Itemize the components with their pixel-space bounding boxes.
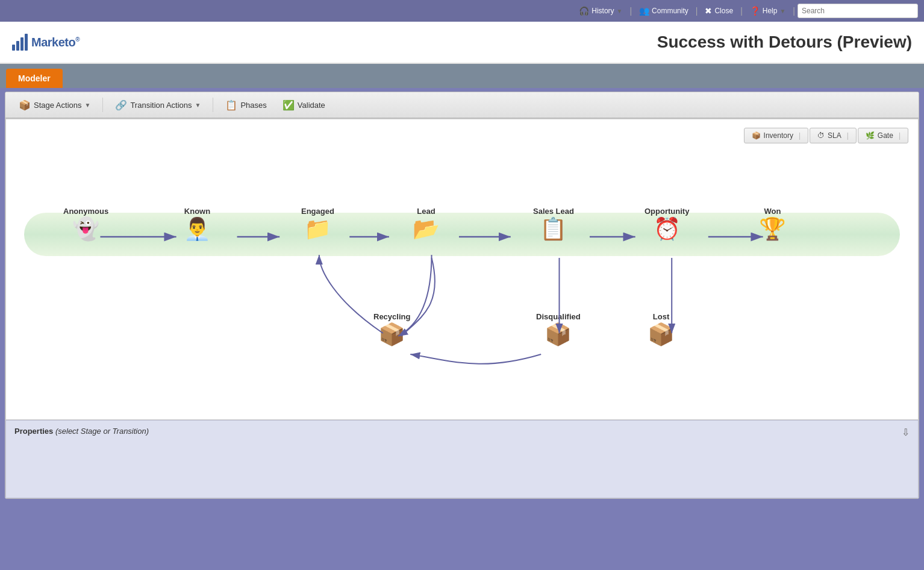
- logo-bar-2: [16, 41, 19, 51]
- page-title: Success with Detours (Preview): [80, 33, 912, 52]
- transition-actions-label: Transition Actions: [130, 101, 192, 110]
- properties-collapse-button[interactable]: ⇩: [902, 427, 910, 438]
- canvas-wrapper: 📦 Inventory | ⏱ SLA | 🌿 Gate |: [5, 119, 919, 420]
- stage-actions-arrow: ▼: [85, 102, 91, 108]
- stage-sales-lead[interactable]: Sales Lead 📋: [533, 207, 574, 240]
- won-label: Won: [764, 207, 781, 216]
- validate-icon: ✅: [283, 99, 295, 111]
- stage-recycling[interactable]: Recycling 📦: [373, 312, 410, 345]
- close-label: Close: [714, 7, 733, 15]
- engaged-label: Engaged: [301, 207, 334, 216]
- nav-divider-4: |: [793, 6, 795, 16]
- history-label: History: [592, 7, 614, 15]
- help-nav-item[interactable]: ❓ Help ▼: [745, 4, 791, 17]
- stage-disqualified[interactable]: Disqualified 📦: [536, 312, 581, 345]
- validate-label: Validate: [298, 101, 325, 110]
- known-label: Known: [184, 207, 210, 216]
- registered-mark: ®: [75, 36, 80, 43]
- properties-title-text: Properties: [14, 427, 53, 436]
- won-icon: 🏆: [759, 218, 786, 240]
- lost-label: Lost: [653, 312, 669, 321]
- lead-label: Lead: [417, 207, 435, 216]
- engaged-icon: 📁: [304, 218, 331, 240]
- lead-icon: 📂: [413, 218, 440, 240]
- flow-area: Anonymous 👻 Known 👨‍💼 Engaged 📁 Lead 📂 S…: [6, 119, 918, 396]
- stage-opportunity[interactable]: Opportunity ⏰: [645, 207, 689, 240]
- sales-lead-icon: 📋: [540, 218, 567, 240]
- logo-bar-3: [20, 37, 23, 51]
- stage-actions-button[interactable]: 📦 Stage Actions ▼: [13, 97, 96, 113]
- flow-arrows-svg: [6, 119, 918, 396]
- logo-bar-4: [25, 34, 28, 51]
- lost-icon: 📦: [648, 324, 675, 345]
- stage-known[interactable]: Known 👨‍💼: [184, 207, 211, 240]
- opportunity-label: Opportunity: [645, 207, 689, 216]
- disqualified-label: Disqualified: [536, 312, 581, 321]
- phases-button[interactable]: 📋 Phases: [219, 97, 272, 113]
- logo-bars: [12, 34, 28, 51]
- stage-lead[interactable]: Lead 📂: [413, 207, 440, 240]
- toolbar: 📦 Stage Actions ▼ 🔗 Transition Actions ▼…: [5, 92, 919, 119]
- stage-won[interactable]: Won 🏆: [759, 207, 786, 240]
- transition-actions-icon: 🔗: [115, 99, 127, 111]
- top-nav-bar: 🎧 History ▼ | 👥 Community | ✖ Close | ❓ …: [0, 0, 924, 22]
- logo-bar-1: [12, 45, 15, 51]
- opportunity-icon: ⏰: [654, 218, 681, 240]
- history-arrow: ▼: [617, 8, 623, 14]
- recycling-label: Recycling: [373, 312, 410, 321]
- stage-actions-label: Stage Actions: [34, 101, 82, 110]
- transition-actions-arrow: ▼: [195, 102, 201, 108]
- community-icon: 👥: [639, 6, 649, 16]
- modeler-tab[interactable]: Modeler: [6, 69, 63, 88]
- stage-lost[interactable]: Lost 📦: [648, 312, 675, 345]
- properties-title: Properties (select Stage or Transition): [14, 427, 910, 436]
- phases-icon: 📋: [225, 99, 237, 111]
- help-arrow: ▼: [779, 8, 785, 14]
- close-nav-item[interactable]: ✖ Close: [700, 4, 738, 17]
- stage-anonymous[interactable]: Anonymous 👻: [63, 207, 108, 240]
- community-nav-item[interactable]: 👥 Community: [634, 4, 693, 17]
- close-icon: ✖: [705, 6, 712, 16]
- stage-engaged[interactable]: Engaged 📁: [301, 207, 334, 240]
- nav-divider-3: |: [740, 6, 743, 16]
- anonymous-icon: 👻: [72, 218, 99, 240]
- validate-button[interactable]: ✅ Validate: [276, 97, 331, 113]
- properties-panel: ⇩ Properties (select Stage or Transition…: [5, 420, 919, 498]
- search-input[interactable]: [798, 4, 918, 18]
- logo-text: Marketo®: [31, 36, 80, 49]
- app-header: Marketo® Success with Detours (Preview): [0, 22, 924, 64]
- history-nav-item[interactable]: 🎧 History ▼: [574, 4, 627, 17]
- nav-divider-2: |: [696, 6, 698, 16]
- history-icon: 🎧: [579, 6, 589, 16]
- marketo-logo: Marketo®: [12, 34, 80, 51]
- anonymous-label: Anonymous: [63, 207, 108, 216]
- disqualified-icon: 📦: [545, 324, 572, 345]
- known-icon: 👨‍💼: [184, 218, 211, 240]
- modeler-tab-bar: Modeler: [0, 64, 924, 88]
- community-label: Community: [652, 7, 688, 15]
- nav-divider-1: |: [629, 6, 632, 16]
- recycling-icon: 📦: [378, 324, 405, 345]
- toolbar-sep-2: [213, 98, 213, 112]
- phases-label: Phases: [240, 101, 266, 110]
- transition-actions-button[interactable]: 🔗 Transition Actions ▼: [109, 97, 207, 113]
- logo-word: Marketo: [31, 36, 75, 49]
- help-label: Help: [763, 7, 778, 15]
- main-content: 📦 Stage Actions ▼ 🔗 Transition Actions ▼…: [5, 92, 919, 499]
- toolbar-sep-1: [102, 98, 103, 112]
- properties-instruction: (select Stage or Transition): [55, 427, 149, 436]
- sales-lead-label: Sales Lead: [533, 207, 574, 216]
- help-icon: ❓: [750, 6, 760, 16]
- stage-actions-icon: 📦: [19, 99, 31, 111]
